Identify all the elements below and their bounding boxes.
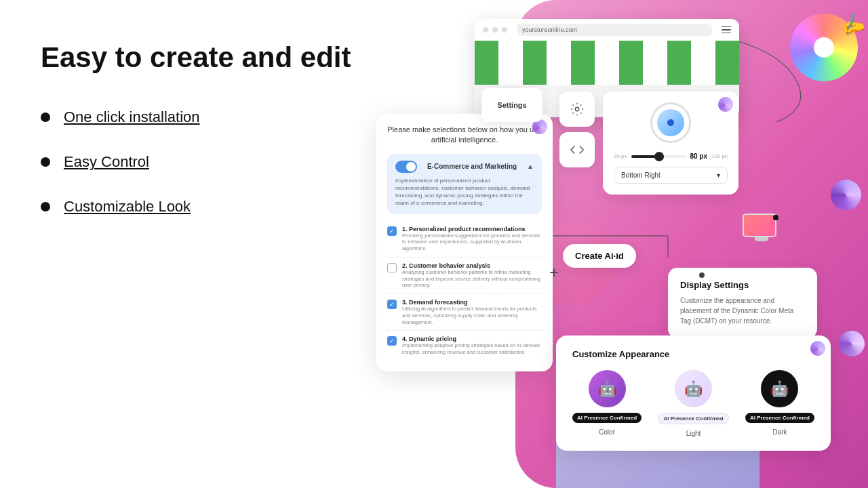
checkbox-item-2: 2. Customer behavior analysis Analyzing … bbox=[387, 258, 542, 294]
cb-desc-4: Implementing adaptive pricing strategies… bbox=[402, 342, 542, 356]
hand-pen-icon: ✍️ bbox=[837, 10, 867, 39]
cb-label-4: 4. Dynamic pricing bbox=[402, 336, 542, 342]
slider-thumb bbox=[654, 152, 664, 161]
checkbox-list: ✓ 1. Personalized product recommendation… bbox=[387, 221, 542, 361]
stripe-green bbox=[475, 41, 498, 85]
ai-symbol-color: 🤖 bbox=[598, 380, 616, 398]
checkbox-item-4: ✓ 4. Dynamic pricing Implementing adapti… bbox=[387, 331, 542, 361]
display-card-title: Display Settings bbox=[680, 280, 805, 290]
holo-inner bbox=[814, 37, 834, 58]
stripe-green bbox=[667, 41, 691, 85]
feature-link-easy-control[interactable]: Easy Control bbox=[64, 153, 149, 171]
menu-line bbox=[722, 26, 731, 27]
cb-label-2: 2. Customer behavior analysis bbox=[402, 262, 542, 269]
checkbox-item-1: ✓ 1. Personalized product recommendation… bbox=[387, 221, 542, 258]
cb-label-3: 3. Demand forecasting bbox=[402, 299, 542, 306]
cb-desc-1: Providing personalized suggestions for p… bbox=[402, 232, 542, 252]
stripe-white bbox=[547, 41, 570, 85]
customize-title: Customize Appearance bbox=[572, 349, 814, 359]
browser-dot-3 bbox=[502, 27, 507, 33]
appearance-options: 🤖 AI Presence Confirmed Color 🤖 AI Prese… bbox=[572, 370, 814, 437]
browser-dot-2 bbox=[492, 27, 498, 33]
awning-stripes bbox=[475, 41, 739, 85]
mini-disc-1 bbox=[831, 180, 861, 210]
chevron-down-icon: ▾ bbox=[717, 171, 720, 179]
circle-knob[interactable] bbox=[650, 102, 691, 143]
appearance-option-dark: 🤖 AI Presence Confirmed Dark bbox=[745, 370, 814, 437]
slider-row: 30 px 80 px 100 px bbox=[614, 152, 728, 160]
toggle-switch[interactable] bbox=[395, 161, 417, 173]
checkbox-text-1: 1. Personalized product recommendations … bbox=[402, 226, 542, 252]
feature-item-easy-control: Easy Control bbox=[41, 153, 366, 171]
avatar-light: 🤖 bbox=[675, 370, 712, 407]
circle-dot bbox=[667, 119, 674, 126]
checkbox-4[interactable]: ✓ bbox=[387, 336, 397, 346]
feature-item-one-click: One click installation bbox=[41, 108, 366, 126]
checkbox-text-3: 3. Demand forecasting Utilizing AI algor… bbox=[402, 299, 542, 325]
circle-inner bbox=[657, 109, 684, 136]
settings-card[interactable]: Settings bbox=[481, 88, 542, 122]
menu-line bbox=[722, 33, 731, 33]
feature-list: One click installation Easy Control Cust… bbox=[41, 108, 366, 216]
connection-dot-1 bbox=[699, 272, 705, 278]
svg-point-0 bbox=[575, 107, 579, 111]
stripe-white bbox=[498, 41, 522, 85]
monitor-dot bbox=[773, 215, 778, 220]
option-label-light: Light bbox=[686, 430, 701, 437]
stripe-green bbox=[619, 41, 643, 85]
monitor-thumbnail bbox=[743, 214, 780, 244]
checkbox-3[interactable]: ✓ bbox=[387, 300, 397, 309]
ai-category-label: E-Commerce and Marketing bbox=[427, 163, 517, 170]
ai-settings-panel: Please make selections below on how you … bbox=[376, 114, 553, 371]
cb-label-1: 1. Personalized product recommendations bbox=[402, 226, 542, 232]
ai-badge-light: AI Presence Confirmed bbox=[658, 413, 728, 424]
create-aiid-label: Create Ai·id bbox=[575, 251, 624, 261]
slider-card: 30 px 80 px 100 px Bottom Right ▾ bbox=[603, 92, 738, 195]
avatar-dark: 🤖 bbox=[761, 370, 798, 407]
stripe-white bbox=[691, 41, 715, 85]
ai-symbol-dark: 🤖 bbox=[770, 380, 789, 398]
mini-disc-2 bbox=[839, 331, 865, 357]
appearance-option-color: 🤖 AI Presence Confirmed Color bbox=[572, 370, 642, 437]
checkbox-text-2: 2. Customer behavior analysis Analyzing … bbox=[402, 262, 542, 289]
feature-item-customizable: Customizable Look bbox=[41, 198, 366, 216]
settings-icon-btn[interactable] bbox=[559, 92, 595, 127]
stripe-white bbox=[643, 41, 667, 85]
cb-desc-2: Analyzing customer behavior patterns to … bbox=[402, 269, 542, 289]
feature-link-customizable[interactable]: Customizable Look bbox=[64, 198, 191, 216]
option-label-dark: Dark bbox=[772, 428, 787, 436]
appearance-option-light: 🤖 AI Presence Confirmed Light bbox=[658, 370, 728, 437]
slider-track[interactable] bbox=[631, 155, 686, 158]
page-title: Easy to create and edit bbox=[41, 41, 366, 75]
checkbox-item-3: ✓ 3. Demand forecasting Utilizing AI alg… bbox=[387, 294, 542, 331]
checkbox-2[interactable] bbox=[387, 263, 397, 272]
checkbox-1[interactable]: ✓ bbox=[387, 226, 397, 236]
position-dropdown[interactable]: Bottom Right ▾ bbox=[614, 167, 728, 184]
bullet-icon bbox=[41, 113, 50, 122]
stripe-green bbox=[571, 41, 595, 85]
browser-menu-icon bbox=[722, 26, 731, 33]
display-card-desc: Customize the appearance and placement o… bbox=[680, 296, 805, 326]
cb-desc-3: Utilizing AI algorithms to predict deman… bbox=[402, 306, 542, 325]
browser-dot-1 bbox=[483, 27, 488, 33]
right-area: yourstoreonline.com bbox=[376, 0, 868, 488]
toggle-knob bbox=[406, 162, 416, 171]
feature-link-one-click[interactable]: One click installation bbox=[64, 108, 200, 126]
create-aiid-bubble[interactable]: Create Ai·id bbox=[563, 244, 636, 268]
customize-appearance-card: Customize Appearance 🤖 AI Presence Confi… bbox=[556, 336, 831, 451]
dropdown-value: Bottom Right bbox=[621, 171, 660, 179]
settings-label: Settings bbox=[497, 101, 526, 109]
ai-badge-dark: AI Presence Confirmed bbox=[745, 413, 814, 423]
ai-toggle-row: E-Commerce and Marketing ▲ Implementatio… bbox=[387, 154, 542, 214]
holo-disc: ✍️ bbox=[790, 14, 858, 81]
browser-url-bar: yourstoreonline.com bbox=[517, 24, 712, 36]
stripe-green bbox=[715, 41, 739, 85]
slider-card-badge bbox=[718, 97, 733, 112]
slider-min-label: 30 px bbox=[614, 153, 627, 159]
ai-symbol-light: 🤖 bbox=[684, 380, 703, 398]
code-icon-btn[interactable] bbox=[559, 132, 595, 167]
display-settings-card: Display Settings Customize the appearanc… bbox=[668, 268, 817, 338]
left-panel: Easy to create and edit One click instal… bbox=[41, 41, 366, 243]
url-text: yourstoreonline.com bbox=[522, 26, 577, 33]
avatar-color: 🤖 bbox=[589, 370, 626, 407]
